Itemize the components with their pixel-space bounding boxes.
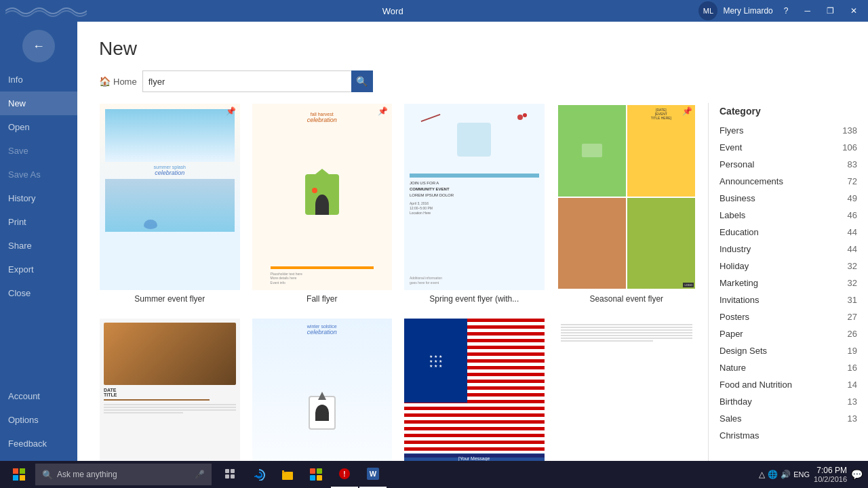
template-label-spring: Spring event flyer (with... (404, 290, 545, 306)
home-icon: 🏠 (99, 76, 111, 87)
category-item-nature[interactable]: Nature 16 (719, 359, 857, 376)
category-item-education[interactable]: Education 44 (719, 224, 857, 241)
category-name-invitations: Invitations (719, 295, 760, 305)
network-icon[interactable]: 🌐 (768, 470, 778, 479)
category-item-holiday[interactable]: Holiday 32 (719, 258, 857, 274)
start-button[interactable] (5, 461, 33, 488)
category-item-business[interactable]: Business 49 (719, 190, 857, 207)
sidebar-item-options[interactable]: Options (0, 408, 77, 432)
category-count-announcements: 72 (848, 176, 857, 186)
category-item-posters[interactable]: Posters 27 (719, 308, 857, 325)
show-hidden-icon[interactable]: △ (759, 470, 765, 479)
template-thumb-seasonal2: DATE TITLE Heading (100, 319, 240, 461)
category-name-sales: Sales (719, 413, 742, 424)
category-item-food[interactable]: Food and Nutrition 14 (719, 376, 857, 393)
time-display: 7:06 PM (814, 466, 847, 475)
sidebar-label-close: Close (8, 288, 31, 298)
category-item-event[interactable]: Event 106 (719, 139, 857, 156)
template-thumb-flag: ★ ★ ★★ ★ ★★ ★ ★ [Your Message Here] (404, 319, 545, 461)
template-card-spring[interactable]: JOIN US FOR ACOMMUNITY EVENTLOREM IPSUM … (403, 103, 545, 307)
category-item-marketing[interactable]: Marketing 32 (719, 274, 857, 291)
template-card-summer[interactable]: summer splash celebration 📌 Summer event… (99, 103, 241, 307)
help-button[interactable]: ? (778, 3, 794, 18)
template-card-winter[interactable]: winter solstice celebration (252, 318, 393, 461)
sidebar-item-share[interactable]: Share (0, 234, 77, 258)
svg-rect-7 (231, 474, 235, 479)
sidebar-item-save: Save (0, 139, 77, 163)
home-label: Home (113, 77, 137, 87)
sidebar-label-print: Print (8, 217, 26, 227)
category-name-announcements: Announcements (719, 176, 783, 186)
svg-rect-6 (225, 474, 229, 479)
title-bar-decorative (5, 0, 87, 22)
category-item-labels[interactable]: Labels 46 (719, 207, 857, 224)
template-card-seasonal2[interactable]: DATE TITLE Heading (99, 318, 241, 461)
close-button[interactable]: ✕ (845, 3, 863, 18)
sidebar-item-info[interactable]: Info (0, 68, 77, 92)
category-scroll: Flyers 138 Event 106 Personal 83 Announc… (719, 122, 857, 461)
category-item-paper[interactable]: Paper 26 (719, 325, 857, 342)
maximize-button[interactable]: ❐ (821, 3, 840, 18)
category-name-industry: Industry (719, 244, 751, 254)
sidebar: ← Info New Open Save Save As History Pri… (0, 22, 77, 461)
sidebar-item-history[interactable]: History (0, 186, 77, 210)
back-button[interactable]: ← (22, 30, 55, 62)
category-count-personal: 83 (848, 159, 857, 169)
svg-rect-0 (13, 468, 18, 474)
category-header: Category (719, 103, 857, 122)
sidebar-item-new[interactable]: New (0, 92, 77, 115)
sidebar-label-info: Info (8, 75, 23, 85)
category-item-invitations[interactable]: Invitations 31 (719, 291, 857, 308)
sidebar-item-account[interactable]: Account (0, 384, 77, 408)
category-item-flyers[interactable]: Flyers 138 (719, 122, 857, 139)
store-button[interactable] (302, 461, 330, 488)
user-avatar: ML (698, 1, 717, 20)
word-button[interactable]: W (359, 461, 387, 488)
template-card-fall[interactable]: fall harvest celebration (252, 103, 393, 307)
home-link[interactable]: 🏠 Home (99, 76, 137, 87)
category-item-sales[interactable]: Sales 13 (719, 410, 857, 427)
category-name-holiday: Holiday (719, 261, 749, 271)
taskbar-apps: ! W (214, 461, 756, 488)
sidebar-item-export[interactable]: Export (0, 258, 77, 281)
search-button[interactable]: 🔍 (351, 70, 373, 92)
notification-icon[interactable]: 💬 (851, 469, 863, 480)
category-name-event: Event (719, 142, 742, 152)
category-name-nature: Nature (719, 363, 746, 373)
category-item-birthday[interactable]: Birthday 13 (719, 393, 857, 410)
taskbar-time[interactable]: 7:06 PM 10/2/2016 (814, 466, 847, 483)
search-input[interactable] (142, 70, 373, 92)
sidebar-item-open[interactable]: Open (0, 115, 77, 139)
template-card-generic[interactable]: LOGO Generic event flyer (556, 318, 698, 461)
taskbar-search[interactable]: 🔍 Ask me anything 🎤 (35, 464, 212, 485)
category-item-industry[interactable]: Industry 44 (719, 241, 857, 258)
security-button[interactable]: ! (331, 461, 358, 488)
category-count-posters: 27 (848, 312, 857, 322)
taskbar-system-icons: △ 🌐 🔊 ENG (759, 470, 810, 479)
user-name: Mery Limardo (723, 6, 772, 16)
template-card-flag[interactable]: ★ ★ ★★ ★ ★★ ★ ★ [Your Message Here] Amer… (403, 318, 545, 461)
sidebar-item-close[interactable]: Close (0, 281, 77, 305)
minimize-button[interactable]: ─ (799, 3, 816, 18)
category-item-personal[interactable]: Personal 83 (719, 156, 857, 173)
category-count-education: 44 (848, 227, 857, 237)
edge-button[interactable] (245, 461, 273, 488)
category-item-christmas[interactable]: Christmas (719, 427, 857, 444)
volume-icon[interactable]: 🔊 (781, 470, 791, 479)
sidebar-item-print[interactable]: Print (0, 210, 77, 234)
category-item-design-sets[interactable]: Design Sets 19 (719, 342, 857, 359)
file-explorer-button[interactable] (274, 461, 301, 488)
category-name-food: Food and Nutrition (719, 380, 792, 390)
task-view-button[interactable] (217, 461, 244, 488)
template-thumb-fall: fall harvest celebration (252, 104, 393, 290)
sidebar-item-feedback[interactable]: Feedback (0, 432, 77, 455)
search-input-wrap: 🔍 (142, 70, 373, 92)
category-count-industry: 44 (848, 244, 857, 254)
category-item-announcements[interactable]: Announcements 72 (719, 173, 857, 190)
category-name-flyers: Flyers (719, 125, 743, 136)
category-name-labels: Labels (719, 210, 745, 220)
category-name-personal: Personal (719, 159, 754, 169)
pin-icon-fall: 📌 (378, 106, 388, 116)
template-card-seasonal1[interactable]: [DATE][EVENTTITLE HERE] LOGO 📌 Seasonal (556, 103, 698, 307)
lang-label: ENG (793, 470, 810, 479)
